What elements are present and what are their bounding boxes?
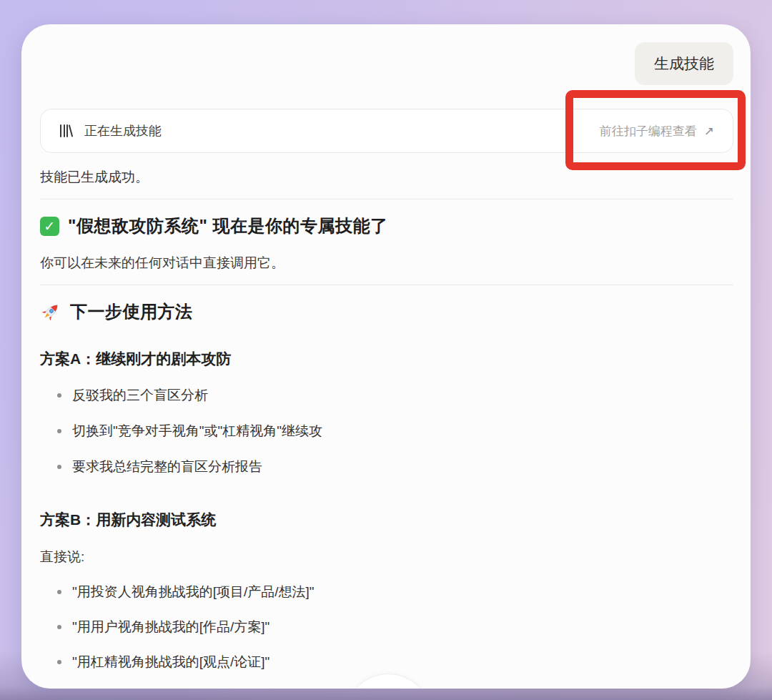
divider [40,285,733,285]
next-steps-heading-text: 下一步使用方法 [70,300,193,323]
bullet-dot-icon [57,660,61,664]
list-item: 反驳我的三个盲区分析 [40,386,733,405]
bullet-dot-icon [57,429,61,433]
toolbar: 生成技能 [40,42,733,85]
list-item-text: "用杠精视角挑战我的[观点/论证]" [72,653,269,671]
list-item-text: 要求我总结完整的盲区分析报告 [72,458,262,476]
status-left-group: 正在生成技能 [58,122,162,139]
bullet-dot-icon [57,625,61,629]
list-item-text: 反驳我的三个盲区分析 [72,386,208,405]
generate-skill-button[interactable]: 生成技能 [635,42,733,85]
plan-b-list: "用投资人视角挑战我的[项目/产品/想法]" "用用户视角挑战我的[作品/方案]… [40,583,733,689]
open-coze-link[interactable]: 前往扣子编程查看 ↗ [600,123,714,139]
list-item-text: "用用户视角挑战我的[作品/方案]" [72,618,269,636]
list-item: 要求我总结完整的盲区分析报告 [40,458,733,476]
plan-a-list: 反驳我的三个盲区分析 切换到"竞争对手视角"或"杠精视角"继续攻 要求我总结完整… [40,386,733,476]
open-coze-link-label: 前往扣子编程查看 [600,123,697,139]
external-arrow-icon: ↗ [704,124,714,139]
skill-ready-subtitle: 你可以在未来的任何对话中直接调用它。 [40,254,733,272]
next-steps-heading: 下一步使用方法 [40,300,733,323]
success-message: 技能已生成成功。 [40,168,733,187]
chat-message-card: 生成技能 正在生成技能 前往扣子编程查看 ↗ 技能已生成成功。 ✓ "假想敌攻防… [21,24,751,689]
green-check-emoji: ✓ [40,217,59,236]
list-item: "用投资人视角挑战我的[项目/产品/想法]" [40,583,733,601]
bullet-dot-icon [57,393,61,398]
plan-a-title: 方案A：继续刚才的剧本攻防 [40,349,733,369]
skill-ready-heading-text: "假想敌攻防系统" 现在是你的专属技能了 [68,215,387,237]
rocket-emoji [40,301,61,322]
list-item-text: "用投资人视角挑战我的[项目/产品/想法]" [72,583,315,601]
list-item: "用杠精视角挑战我的[观点/论证]" [40,653,733,671]
list-item-text: "从多个角度攻防我的[商业计划/产品方案]" [72,688,324,689]
skill-status-bar: 正在生成技能 前往扣子编程查看 ↗ [40,109,733,153]
list-item: "用用户视角挑战我的[作品/方案]" [40,618,733,636]
list-item-text: 切换到"竞争对手视角"或"杠精视角"继续攻 [72,422,322,440]
plan-b-lead: 直接说: [40,548,733,566]
app-background: { "toolbar": { "generate_button_label": … [0,0,772,700]
skill-bars-icon [58,123,74,139]
skill-ready-heading: ✓ "假想敌攻防系统" 现在是你的专属技能了 [40,215,733,237]
divider [40,199,733,199]
bullet-dot-icon [57,590,61,594]
bullet-dot-icon [57,465,61,469]
list-item: 切换到"竞争对手视角"或"杠精视角"继续攻 [40,422,733,440]
status-text: 正在生成技能 [84,122,162,139]
plan-b-title: 方案B：用新内容测试系统 [40,510,733,530]
